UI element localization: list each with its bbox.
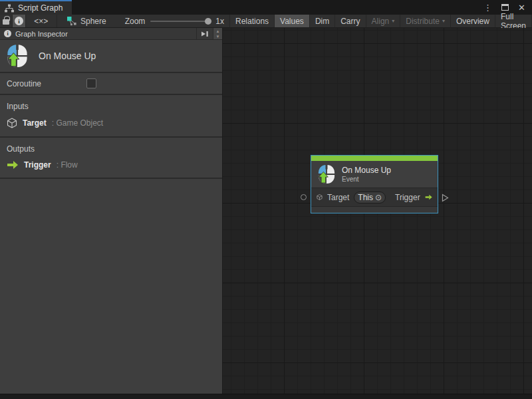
coroutine-row: Coroutine [0,73,222,95]
node-ports-row: Target This ⊙ Trigger [311,188,438,206]
values-button[interactable]: Values [275,15,310,27]
graph-toolbar: i <×> Sphere Zoom 1x Relations Values Di… [0,15,532,28]
spin-down-icon[interactable]: ▼ [216,34,220,39]
port-type-text: Flow [61,160,77,170]
on-mouse-up-icon [7,44,28,68]
align-button[interactable]: Align▾ [366,15,401,27]
zoom-label: Zoom [125,17,146,26]
zoom-slider-knob[interactable] [205,18,211,25]
input-port-name: Target [23,118,47,128]
on-mouse-up-icon [318,164,335,184]
distribute-label: Distribute [406,17,440,26]
outputs-heading: Outputs [7,144,222,154]
fullscreen-button[interactable]: Full Screen [495,15,532,27]
port-type-separator: : [57,160,59,170]
trigger-arrow-icon[interactable] [425,193,432,201]
outputs-section: Outputs Trigger : Flow [0,138,222,179]
tab-label: Script Graph [18,3,63,13]
spin-up-icon[interactable]: ▲ [216,29,220,34]
relations-label: Relations [235,17,269,26]
overview-button[interactable]: Overview [451,15,495,27]
output-port-name: Trigger [24,160,51,170]
node-title: On Mouse Up [342,166,391,176]
port-type-separator: : [52,118,54,128]
overview-label: Overview [456,17,489,26]
maximize-icon[interactable] [501,4,509,11]
unit-title: On Mouse Up [39,51,96,61]
align-label: Align [372,17,390,26]
dim-label: Dim [315,17,329,26]
inspector-header-controls: ▲ ▼ [196,28,222,39]
node-subtitle: Event [342,176,391,184]
cube-icon [7,118,17,128]
on-mouse-up-node[interactable]: On Mouse Up Event Target This ⊙ Trigger [311,155,438,213]
dim-button[interactable]: Dim [310,15,335,27]
lock-icon [3,19,9,25]
info-icon: i [15,17,23,25]
relations-button[interactable]: Relations [229,15,275,27]
toolbar-right-buttons: Relations Values Dim Carry Align▾ Distri… [229,15,532,27]
output-port-type: : Flow [57,160,78,170]
node-title-block: On Mouse Up Event [342,166,391,184]
window-bottom-edge [0,394,532,399]
tab-script-graph[interactable]: Script Graph [0,0,72,15]
output-port-row: Trigger : Flow [7,160,222,170]
coroutine-checkbox[interactable] [86,78,96,88]
graph-canvas[interactable] [223,28,532,399]
object-name: Sphere [80,17,106,26]
script-graph-asset-icon [66,16,77,26]
graph-inspector-title: Graph Inspector [15,30,68,38]
graph-hierarchy-icon [5,4,14,13]
code-icon: <×> [34,17,48,26]
node-header[interactable]: On Mouse Up Event [311,161,438,188]
flow-arrow-icon [7,161,19,169]
inputs-heading: Inputs [7,102,222,111]
node-output-label: Trigger [395,193,420,202]
zoom-slider[interactable] [150,21,210,22]
dock-icon [201,31,209,37]
graph-owner-object[interactable]: Sphere [57,15,113,27]
zoom-value: 1x [215,17,224,26]
values-label: Values [280,17,304,26]
chevron-down-icon: ▾ [442,18,445,24]
lock-button[interactable] [0,15,13,27]
carry-button[interactable]: Carry [335,15,366,27]
inputs-section: Inputs Target : Game Object [0,95,222,138]
carry-label: Carry [340,17,360,26]
unit-title-block: On Mouse Up [0,40,222,73]
node-input-label: Target [327,193,349,202]
window-menu-icon[interactable]: ⋮ [483,3,492,12]
tab-bar: Script Graph ⋮ ✕ [0,0,532,15]
zoom-control: Zoom 1x [113,15,229,27]
panel-scroll-spinner[interactable]: ▲ ▼ [213,28,222,39]
dock-panel-button[interactable] [196,28,213,39]
node-footer [311,206,438,213]
port-type-text: Game Object [56,118,103,128]
coroutine-label: Coroutine [7,79,41,88]
object-picker-icon[interactable]: ⊙ [375,194,382,201]
cube-icon [317,192,323,202]
input-port-row: Target : Game Object [7,118,222,128]
info-icon: i [4,30,11,37]
input-port-type: : Game Object [52,118,103,128]
graph-inspector-panel: i Graph Inspector ▲ ▼ On Mouse Up [0,28,223,394]
node-output-connection-port[interactable] [442,194,449,204]
close-icon[interactable]: ✕ [518,3,525,12]
node-event-colorbar [311,156,438,161]
code-view-button[interactable]: <×> [26,15,57,27]
graph-inspector-header: i Graph Inspector ▲ ▼ [0,28,222,40]
target-value: This [358,193,373,202]
inspector-toggle-button[interactable]: i [13,15,25,27]
chevron-down-icon: ▾ [392,18,394,24]
target-value-chip[interactable]: This ⊙ [354,192,386,203]
node-input-connection-port[interactable] [301,194,307,200]
distribute-button[interactable]: Distribute▾ [400,15,451,27]
